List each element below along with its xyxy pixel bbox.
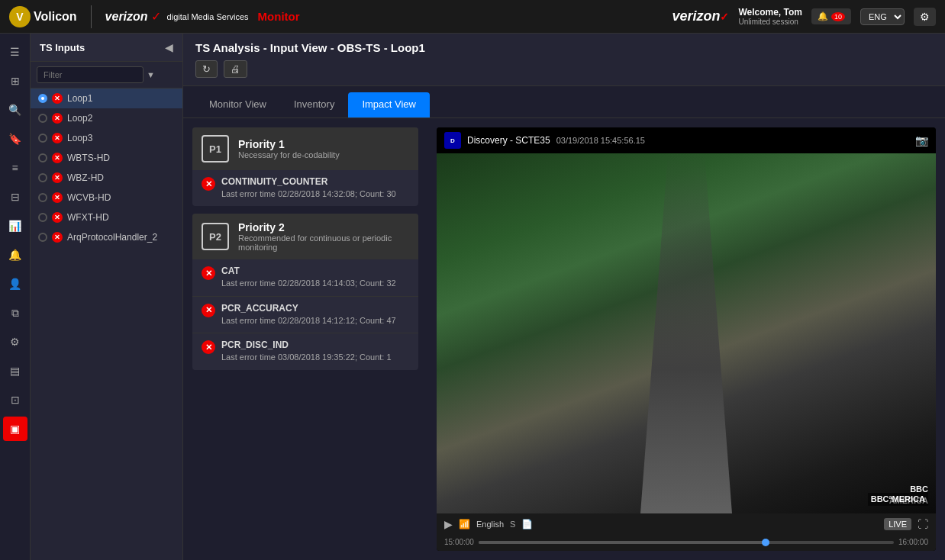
channel-icon: D: [444, 132, 461, 149]
topbar-right: verizon ✓ Welcome, Tom Unlimited session…: [672, 7, 936, 26]
main-content: TS Analysis - Input View - OBS-TS - Loop…: [183, 34, 945, 560]
collapse-arrow-icon[interactable]: ◀: [165, 41, 173, 53]
tab-impact[interactable]: Impact View: [348, 92, 430, 117]
error-name: PCR_DISC_IND: [221, 340, 392, 350]
sidebar-icon-bookmark[interactable]: 🔖: [3, 127, 27, 151]
timeline-bar[interactable]: 15:00:00 16:00:00: [437, 535, 936, 551]
language-select[interactable]: ENG: [860, 8, 905, 25]
ts-list-item[interactable]: ✕ Loop2: [31, 108, 182, 128]
ts-list-item[interactable]: ✕ WCVB-HD: [31, 188, 182, 208]
radio-dot: [38, 233, 47, 242]
left-panel-title: TS Inputs: [40, 42, 85, 53]
ts-list-item[interactable]: ✕ WBTS-HD: [31, 148, 182, 168]
ts-list-item[interactable]: ✕ WFXT-HD: [31, 208, 182, 227]
sidebar-icon-bell[interactable]: 🔔: [3, 243, 27, 267]
error-info: Last error time 02/28/2018 14:12:12; Cou…: [221, 315, 396, 327]
tab-inventory[interactable]: Inventory: [280, 92, 348, 117]
error-x-icon: ✕: [202, 340, 215, 354]
error-item: ✕ CAT Last error time 02/28/2018 14:14:0…: [192, 259, 418, 296]
sidebar-icon-active[interactable]: ▣: [3, 417, 27, 441]
sidebar-icon-user[interactable]: 👤: [3, 272, 27, 296]
error-details: PCR_ACCURACY Last error time 02/28/2018 …: [221, 303, 396, 327]
ts-item-name: Loop3: [67, 133, 92, 143]
filter-chevron-icon: ▼: [147, 70, 155, 79]
error-info: Last error time 03/08/2018 19:35:22; Cou…: [221, 352, 392, 363]
volicon-logo: V Volicon: [9, 6, 77, 27]
timeline-thumb[interactable]: [762, 539, 769, 546]
time-end-label: 16:00:00: [898, 538, 928, 546]
live-badge: LIVE: [884, 518, 911, 530]
ts-list-item[interactable]: ✕ ArqProtocolHandler_2: [31, 227, 182, 247]
filter-bar: ▼: [31, 62, 182, 89]
language-label: English: [476, 520, 504, 529]
ts-list-item[interactable]: ✕ Loop1: [31, 89, 182, 108]
error-name: CAT: [221, 266, 396, 276]
notification-bell[interactable]: 🔔 10: [811, 8, 851, 24]
filter-input[interactable]: [37, 66, 144, 83]
topbar-divider: [91, 5, 92, 28]
timeline-progress: [479, 541, 769, 544]
error-info: Last error time 02/28/2018 14:32:08; Cou…: [221, 188, 396, 200]
content-area: P1 Priority 1 Necessary for de-codabilit…: [183, 118, 945, 560]
sidebar-icon-chart[interactable]: 📊: [3, 214, 27, 238]
digital-media-text: digital Media Services: [167, 12, 249, 21]
sidebar-icon-settings2[interactable]: ⚙: [3, 330, 27, 354]
sidebar-icon-dashboard[interactable]: ⊟: [3, 185, 27, 209]
ts-list-item[interactable]: ✕ Loop3: [31, 128, 182, 148]
content-header: TS Analysis - Input View - OBS-TS - Loop…: [183, 34, 945, 86]
sidebar-icon-filter2[interactable]: ⊡: [3, 388, 27, 412]
video-image: BBCAMERICA: [437, 153, 936, 513]
priority-block-p2: P2 Priority 2 Recommended for continuous…: [192, 214, 418, 369]
volume-icon[interactable]: 📶: [459, 519, 470, 529]
sidebar-icon-rows[interactable]: ▤: [3, 359, 27, 383]
sidebar-icon-grid[interactable]: ⊞: [3, 69, 27, 93]
sidebar-icon-list[interactable]: ≡: [3, 156, 27, 180]
settings-gear-button[interactable]: ⚙: [914, 8, 936, 26]
sidebar-icon-search[interactable]: 🔍: [3, 98, 27, 122]
ts-item-name: WBTS-HD: [67, 153, 110, 163]
volicon-v: V: [9, 6, 31, 27]
priority-info: Priority 1 Necessary for de-codability: [238, 138, 340, 159]
expand-button[interactable]: ⛶: [918, 518, 928, 530]
content-title: TS Analysis - Input View - OBS-TS - Loop…: [195, 41, 933, 54]
ts-list: ✕ Loop1 ✕ Loop2 ✕ Loop3 ✕ WBTS-HD ✕ WBZ-…: [31, 89, 182, 560]
main-layout: ☰ ⊞ 🔍 🔖 ≡ ⊟ 📊 🔔 👤 ⧉ ⚙ ▤ ⊡ ▣ TS Inputs ◀ …: [0, 34, 945, 560]
ts-list-item[interactable]: ✕ WBZ-HD: [31, 168, 182, 188]
error-indicator: ✕: [52, 113, 63, 124]
priority-info: Priority 2 Recommended for continuous or…: [238, 221, 409, 252]
topbar: V Volicon verizon ✓ digital Media Servic…: [0, 0, 945, 34]
error-indicator: ✕: [52, 192, 63, 203]
play-button[interactable]: ▶: [444, 518, 453, 530]
camera-icon[interactable]: 📷: [915, 134, 928, 146]
verizon-logo-right: verizon ✓: [672, 8, 729, 24]
print-button[interactable]: 🖨: [224, 60, 247, 78]
timeline-track[interactable]: [479, 541, 894, 544]
sidebar-icon-menu[interactable]: ☰: [3, 40, 27, 64]
error-details: CONTINUITY_COUNTER Last error time 02/28…: [221, 176, 396, 200]
toolbar-row: ↻ 🖨: [195, 60, 933, 78]
welcome-session: Unlimited session: [738, 18, 802, 26]
radio-dot: [38, 134, 47, 143]
video-bottom-bar: ▶ 📶 English S 📄 LIVE ⛶: [437, 513, 936, 535]
error-panel: P1 Priority 1 Necessary for de-codabilit…: [183, 118, 427, 560]
priority-header: P2 Priority 2 Recommended for continuous…: [192, 214, 418, 259]
error-indicator: ✕: [52, 153, 63, 163]
error-indicator: ✕: [52, 93, 63, 104]
icon-sidebar: ☰ ⊞ 🔍 🔖 ≡ ⊟ 📊 🔔 👤 ⧉ ⚙ ▤ ⊡ ▣: [0, 34, 31, 560]
ts-item-name: WCVB-HD: [67, 192, 111, 203]
radio-dot: [38, 173, 47, 182]
ts-item-name: ArqProtocolHandler_2: [67, 232, 157, 243]
ts-item-name: WBZ-HD: [67, 172, 104, 183]
subtitle-icon[interactable]: 📄: [521, 519, 533, 529]
notif-badge: 10: [831, 12, 845, 21]
verizon-right-check: ✓: [720, 11, 729, 23]
tab-monitor[interactable]: Monitor View: [195, 92, 280, 117]
ts-item-name: Loop1: [67, 93, 92, 104]
refresh-button[interactable]: ↻: [195, 60, 218, 78]
error-x-icon: ✕: [202, 304, 215, 317]
video-top-bar: D Discovery - SCTE35 03/19/2018 15:45:56…: [437, 127, 936, 153]
error-info: Last error time 02/28/2018 14:14:03; Cou…: [221, 278, 396, 289]
radio-dot: [38, 153, 47, 163]
channel-name: Discovery - SCTE35: [467, 135, 550, 146]
sidebar-icon-layers[interactable]: ⧉: [3, 301, 27, 325]
